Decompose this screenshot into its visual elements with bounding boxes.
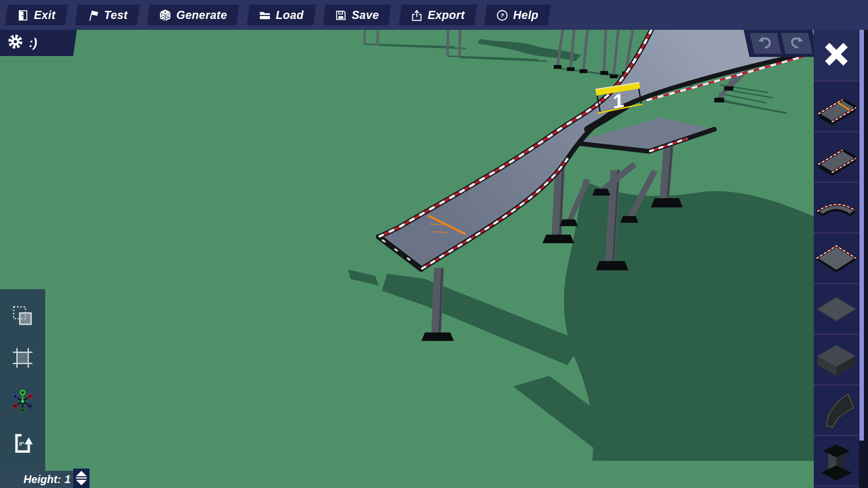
tool-panel: 0°: [0, 289, 45, 471]
rotate-icon: 0°: [10, 430, 35, 456]
redo-button[interactable]: [781, 33, 812, 54]
piece-palette: [814, 30, 868, 488]
height-value: 1: [65, 473, 71, 486]
height-down-arrow-icon[interactable]: [76, 480, 87, 485]
door-icon: [17, 9, 29, 21]
svg-text:0°: 0°: [19, 441, 24, 446]
help-label: Help: [513, 9, 538, 22]
move-axis-tool-button[interactable]: [8, 386, 38, 416]
palette-item-road-curve[interactable]: [814, 182, 859, 232]
load-label: Load: [276, 9, 304, 22]
palette-item-pillar[interactable]: [814, 435, 859, 485]
area-icon: [11, 346, 34, 371]
palette-scrollbar-thumb[interactable]: [859, 30, 864, 441]
test-label: Test: [104, 9, 127, 22]
main-toolbar: Exit Test: [0, 0, 868, 30]
gear-icon: [7, 33, 24, 53]
select-icon: [11, 305, 34, 329]
generate-button[interactable]: Generate: [147, 5, 240, 25]
exit-button[interactable]: Exit: [5, 5, 68, 25]
height-control: Height: 1: [0, 471, 73, 488]
history-controls: [744, 30, 818, 57]
select-tool-button[interactable]: [8, 302, 38, 332]
share-icon: [411, 9, 423, 21]
svg-text:?: ?: [500, 12, 504, 19]
move-axis-icon: [11, 389, 34, 414]
question-icon: ?: [496, 9, 508, 21]
export-label: Export: [428, 9, 465, 22]
height-up-arrow-icon[interactable]: [76, 471, 87, 479]
generate-label: Generate: [176, 9, 227, 22]
save-label: Save: [352, 9, 379, 22]
load-button[interactable]: Load: [247, 5, 316, 25]
dice-icon: [159, 9, 171, 21]
palette-item-road-wide-diamond[interactable]: [814, 232, 859, 283]
exit-label: Exit: [34, 9, 56, 22]
palette-item-road-start-finish[interactable]: [814, 80, 859, 131]
palette-item-wall-curved[interactable]: [814, 384, 859, 435]
palette-item-block[interactable]: [814, 333, 859, 384]
test-button[interactable]: Test: [75, 5, 140, 25]
undo-arrow-icon: [756, 36, 774, 51]
rotate-tool-button[interactable]: 0°: [8, 428, 38, 458]
height-label: Height:: [24, 473, 61, 486]
palette-scrollbar[interactable]: [859, 30, 868, 488]
close-palette-button[interactable]: [814, 30, 859, 80]
area-tool-button[interactable]: [8, 344, 38, 374]
floppy-icon: [335, 9, 347, 21]
editor-viewport[interactable]: 1: [0, 29, 868, 488]
undo-button[interactable]: [750, 33, 781, 54]
redo-arrow-icon: [787, 36, 806, 51]
close-x-icon: [822, 40, 851, 70]
track-editor-window: 1 Exit Test: [0, 0, 868, 488]
settings-button[interactable]: :): [0, 30, 77, 56]
palette-item-next-partial[interactable]: [814, 485, 859, 488]
help-button[interactable]: ? Help: [484, 5, 551, 25]
save-button[interactable]: Save: [323, 5, 392, 25]
folder-icon: [259, 9, 271, 21]
height-spinner[interactable]: [73, 469, 90, 488]
palette-item-ground-tile[interactable]: [814, 283, 859, 333]
settings-label: :): [29, 36, 37, 50]
export-button[interactable]: Export: [399, 5, 477, 25]
flag-icon: [87, 9, 99, 21]
palette-item-road-straight[interactable]: [814, 131, 859, 182]
